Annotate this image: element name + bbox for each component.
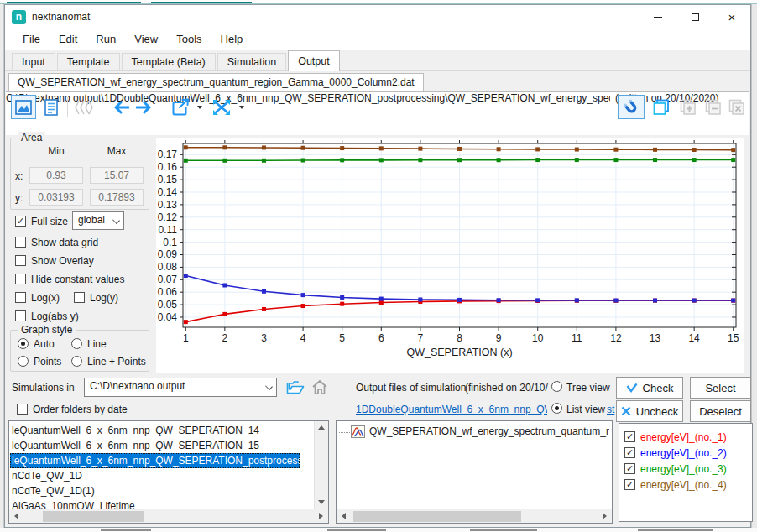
menu-run[interactable]: Run: [86, 30, 125, 48]
menu-file[interactable]: File: [13, 30, 50, 48]
horizontal-scrollbar[interactable]: [9, 509, 328, 523]
order-folders-checkbox[interactable]: [17, 404, 28, 415]
log-abs-y-checkbox[interactable]: [15, 310, 26, 321]
menu-view[interactable]: View: [125, 30, 167, 48]
vertical-scrollbar[interactable]: [314, 421, 328, 509]
list-view-radio[interactable]: [551, 403, 562, 414]
folder-item[interactable]: leQuantumWell_6_x_6nm_nnp_QW_SEPERATION_…: [10, 423, 300, 438]
fit-dropdown-caret[interactable]: [239, 106, 244, 109]
scroll-down-arrow[interactable]: [318, 500, 325, 504]
menu-help[interactable]: Help: [211, 30, 253, 48]
simulation-link[interactable]: 1DDoubleQuantumWell_6_x_6nm_nnp_QW_SEP: [356, 404, 547, 415]
home-button[interactable]: [308, 376, 331, 399]
folder-listbox[interactable]: leQuantumWell_6_x_6nm_nnp_QW_SEPERATION_…: [8, 420, 329, 524]
tree-view-radio[interactable]: [551, 381, 562, 392]
deselect-button[interactable]: Deselect: [690, 400, 751, 422]
svg-text:0.15: 0.15: [158, 174, 178, 185]
x-min-input[interactable]: [29, 167, 83, 184]
energy-spectrum-chart[interactable]: 1234567891011121314150.040.050.060.070.0…: [156, 138, 744, 373]
series-row[interactable]: ✓ energy[eV]_(no._4): [624, 477, 727, 493]
scroll-up-arrow[interactable]: [318, 425, 325, 430]
y-min-input[interactable]: [29, 189, 83, 206]
background-window-edge-bottom: [0, 528, 757, 532]
show-overlay-checkbox[interactable]: [15, 255, 26, 266]
show-data-grid-checkbox[interactable]: [15, 237, 26, 248]
series-checkbox[interactable]: ✓: [624, 431, 635, 442]
svg-text:7: 7: [418, 332, 424, 344]
hide-constant-values-checkbox[interactable]: [15, 274, 26, 284]
fit-to-window-button[interactable]: [207, 95, 236, 119]
graph-style-line-radio[interactable]: [71, 338, 82, 349]
folder-item-selected[interactable]: leQuantumWell_6_x_6nm_nnp_QW_SEPERATION_…: [10, 453, 300, 468]
scroll-left-arrow[interactable]: [342, 513, 346, 519]
document-tab[interactable]: QW_SEPERATION_wf_energy_spectrum_quantum…: [8, 73, 424, 91]
close-view-button[interactable]: [725, 95, 749, 119]
output-files-label: Output files of simulation: [356, 382, 466, 394]
log-y-checkbox[interactable]: [74, 292, 85, 303]
maximize-button[interactable]: [676, 5, 713, 29]
navigate-back-button[interactable]: [105, 95, 132, 119]
close-button[interactable]: ×: [713, 5, 750, 29]
navigate-forward-button[interactable]: [133, 95, 160, 119]
series-checkbox[interactable]: ✓: [624, 447, 635, 458]
tab-template[interactable]: Template: [57, 53, 120, 70]
series-row[interactable]: ✓ energy[eV]_(no._2): [624, 445, 727, 461]
scroll-right-arrow[interactable]: [319, 513, 323, 519]
scroll-left-arrow[interactable]: [14, 513, 18, 519]
duplicate-view-button[interactable]: [649, 95, 674, 119]
scope-select-value: global: [78, 214, 105, 226]
screen: n nextnanomat × File Edit Run View Tools…: [0, 0, 757, 532]
series-label: energy[eV]_(no._2): [640, 447, 727, 459]
check-button[interactable]: Check: [616, 377, 683, 399]
browse-folder-button[interactable]: [284, 376, 306, 399]
tab-output[interactable]: Output: [288, 50, 340, 71]
max-header: Max: [90, 145, 144, 157]
scrollbar-thumb[interactable]: [353, 511, 521, 522]
series-checkbox[interactable]: ✓: [624, 463, 635, 474]
folder-item[interactable]: leQuantumWell_6_x_6nm_nnp_QW_SEPERATION_…: [10, 438, 300, 453]
area-group: Area Min Max x: y:: [10, 138, 149, 210]
series-row[interactable]: ✓ energy[eV]_(no._1): [624, 429, 727, 445]
chart-view-button[interactable]: [11, 95, 36, 119]
series-list-panel[interactable]: ✓ energy[eV]_(no._1) ✓ energy[eV]_(no._2…: [619, 423, 753, 522]
menu-tools[interactable]: Tools: [167, 30, 211, 48]
remove-view-button[interactable]: [702, 95, 725, 119]
minimize-button[interactable]: [640, 5, 676, 29]
x-max-input[interactable]: [90, 167, 144, 184]
full-size-checkbox[interactable]: ✓: [15, 216, 26, 227]
tree-connector: [339, 432, 350, 433]
overlay-stack-button[interactable]: [70, 95, 99, 119]
series-row[interactable]: ✓ energy[eV]_(no._3): [624, 461, 727, 477]
text-view-button[interactable]: [39, 95, 64, 119]
tab-input[interactable]: Input: [12, 53, 55, 70]
log-x-checkbox[interactable]: [15, 292, 26, 303]
graph-style-auto-radio[interactable]: [18, 338, 29, 349]
y-max-input[interactable]: [90, 189, 144, 206]
export-button[interactable]: [167, 95, 194, 119]
menu-edit[interactable]: Edit: [50, 30, 86, 48]
export-dropdown-caret[interactable]: [197, 106, 202, 109]
series-label: energy[eV]_(no._1): [640, 431, 727, 443]
add-view-button[interactable]: [676, 95, 700, 119]
scroll-right-arrow[interactable]: [603, 513, 607, 519]
select-button[interactable]: Select: [690, 377, 751, 399]
snap-magnet-button[interactable]: [618, 95, 645, 119]
list-view-label: List view: [566, 404, 605, 415]
svg-text:14: 14: [688, 332, 700, 344]
scrollbar-thumb[interactable]: [43, 511, 144, 522]
tab-simulation[interactable]: Simulation: [217, 53, 286, 70]
output-file-item[interactable]: QW_SEPERATION_wf_energy_spectrum_quantum…: [368, 424, 609, 439]
graph-style-points-radio[interactable]: [18, 356, 29, 367]
scope-select[interactable]: global: [72, 211, 124, 230]
horizontal-scrollbar[interactable]: [337, 509, 612, 523]
series-checkbox[interactable]: ✓: [624, 479, 635, 490]
output-files-listbox[interactable]: QW_SEPERATION_wf_energy_spectrum_quantum…: [336, 420, 613, 524]
uncheck-button[interactable]: Uncheck: [616, 400, 683, 422]
toolbar-separator: [164, 97, 164, 117]
folder-item[interactable]: nCdTe_QW_1D(1): [10, 483, 300, 498]
tab-template-beta[interactable]: Template (Beta): [122, 53, 216, 70]
toolbar-separator: [102, 97, 102, 117]
graph-style-line-points-radio[interactable]: [71, 356, 82, 367]
folder-item[interactable]: nCdTe_QW_1D: [10, 468, 300, 483]
simulations-path-combobox[interactable]: C:\D\nextnano output: [84, 378, 277, 397]
